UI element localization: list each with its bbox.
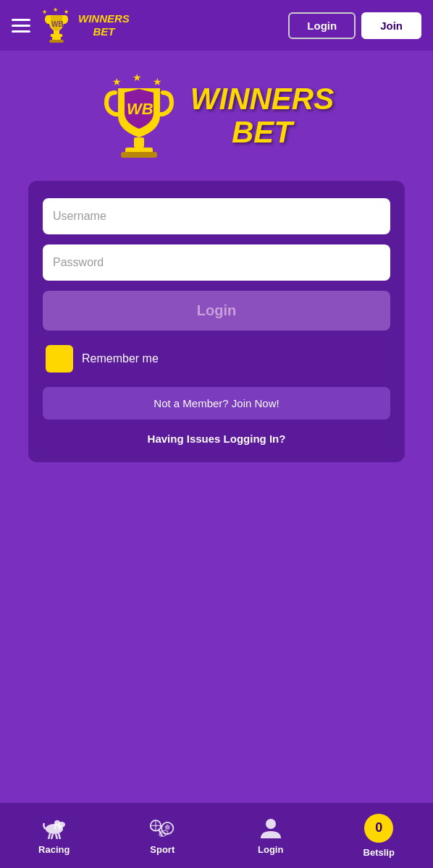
issues-link[interactable]: Having Issues Logging In?	[43, 433, 390, 445]
nav-label-sport: Sport	[150, 844, 175, 855]
svg-text:★: ★	[133, 72, 142, 83]
remember-me-checkbox[interactable]	[46, 345, 73, 373]
svg-line-15	[49, 833, 50, 839]
header-buttons: Login Join	[288, 12, 421, 39]
betslip-badge: 0	[364, 814, 393, 843]
remember-me-row: Remember me	[43, 345, 390, 373]
header-logo: ★ ★ ★ WB WINNERS BET	[39, 7, 130, 44]
svg-text:WB: WB	[127, 100, 154, 118]
header-logo-text: WINNERS BET	[78, 12, 130, 38]
svg-rect-12	[121, 152, 157, 158]
nav-label-login: Login	[258, 844, 283, 855]
svg-line-17	[56, 834, 57, 839]
nav-item-racing[interactable]: Racing	[0, 803, 109, 868]
nav-item-sport[interactable]: Sport	[109, 803, 217, 868]
nav-item-betslip[interactable]: 0 Betslip	[325, 803, 434, 868]
join-now-button[interactable]: Not a Member? Join Now!	[43, 387, 390, 420]
nav-item-login[interactable]: Login	[216, 803, 325, 868]
main-content: ★ ★ ★ WB WINNERS BET Login	[0, 51, 433, 803]
remember-me-label: Remember me	[82, 352, 159, 365]
password-input[interactable]	[43, 244, 390, 281]
nav-label-racing: Racing	[38, 844, 70, 855]
login-card: Login Remember me Not a Member? Join Now…	[28, 181, 405, 462]
header-left: ★ ★ ★ WB WINNERS BET	[12, 7, 130, 44]
svg-point-28	[266, 819, 276, 829]
svg-rect-10	[134, 137, 144, 148]
login-form-button[interactable]: Login	[43, 291, 390, 331]
big-trophy-icon: ★ ★ ★ WB	[99, 72, 179, 159]
nav-label-betslip: Betslip	[363, 847, 395, 858]
header-login-button[interactable]: Login	[288, 12, 356, 39]
svg-line-18	[59, 833, 60, 839]
svg-line-16	[51, 834, 53, 839]
big-logo: ★ ★ ★ WB WINNERS BET	[99, 72, 334, 159]
svg-text:★: ★	[112, 76, 122, 88]
trophy-icon: ★ ★ ★ WB	[39, 7, 74, 44]
hamburger-menu-button[interactable]	[12, 19, 30, 33]
svg-text:★: ★	[42, 9, 47, 15]
svg-text:★: ★	[64, 9, 69, 15]
svg-rect-5	[49, 40, 64, 43]
svg-rect-4	[52, 37, 61, 40]
svg-text:★: ★	[153, 76, 162, 88]
header: ★ ★ ★ WB WINNERS BET Login Join	[0, 0, 433, 51]
username-input[interactable]	[43, 198, 390, 234]
bottom-nav: Racing Sport	[0, 803, 433, 868]
sport-icon	[149, 817, 175, 840]
horse-racing-icon	[41, 817, 67, 840]
svg-text:★: ★	[53, 7, 58, 13]
svg-marker-25	[165, 824, 170, 829]
big-logo-text: WINNERS BET	[190, 82, 334, 149]
header-join-button[interactable]: Join	[361, 12, 421, 39]
login-nav-icon	[258, 817, 284, 840]
